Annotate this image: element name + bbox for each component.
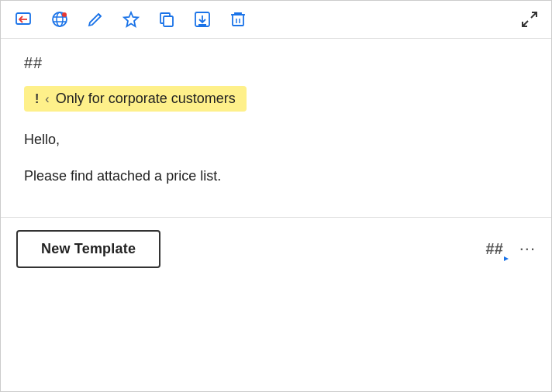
globe-icon[interactable] xyxy=(49,9,71,30)
svg-marker-18 xyxy=(504,256,509,261)
footer: New Template ## ··· xyxy=(1,218,551,280)
edit-pencil-icon[interactable] xyxy=(85,9,106,30)
svg-point-3 xyxy=(57,12,63,26)
download-icon[interactable] xyxy=(191,9,213,30)
copy-icon[interactable] xyxy=(156,9,178,30)
svg-rect-0 xyxy=(16,13,30,24)
svg-point-6 xyxy=(62,12,67,17)
body-paragraph: Please find attached a price list. xyxy=(24,165,528,187)
tag-label: Only for corporate customers xyxy=(56,91,236,107)
more-options-button[interactable]: ··· xyxy=(519,239,536,259)
toolbar xyxy=(1,1,551,39)
content-area: ## ! ‹ Only for corporate customers Hell… xyxy=(1,39,551,217)
trash-icon[interactable] xyxy=(227,9,249,30)
tag-highlight: ! ‹ Only for corporate customers xyxy=(24,86,247,112)
tag-exclaim-icon: ! xyxy=(35,92,39,106)
svg-line-7 xyxy=(98,14,101,16)
hash-insert-button[interactable]: ## xyxy=(482,236,507,261)
back-arrow-icon[interactable] xyxy=(13,9,35,30)
svg-line-17 xyxy=(523,21,528,26)
new-template-button[interactable]: New Template xyxy=(16,230,160,268)
svg-line-16 xyxy=(531,12,536,18)
toolbar-left xyxy=(13,9,506,30)
greeting-text: Hello, xyxy=(24,129,528,151)
svg-rect-13 xyxy=(233,15,243,26)
toolbar-expand[interactable] xyxy=(520,10,539,29)
footer-right: ## ··· xyxy=(482,236,536,261)
body-text: Hello, Please find attached a price list… xyxy=(24,129,528,187)
tag-row: ! ‹ Only for corporate customers xyxy=(24,86,528,112)
star-icon[interactable] xyxy=(120,9,142,30)
hash-prefix: ## xyxy=(24,54,528,72)
svg-marker-8 xyxy=(124,12,138,26)
svg-rect-9 xyxy=(164,16,173,26)
hash-icon-text: ## xyxy=(486,240,503,258)
tag-bracket-icon: ‹ xyxy=(45,92,49,106)
